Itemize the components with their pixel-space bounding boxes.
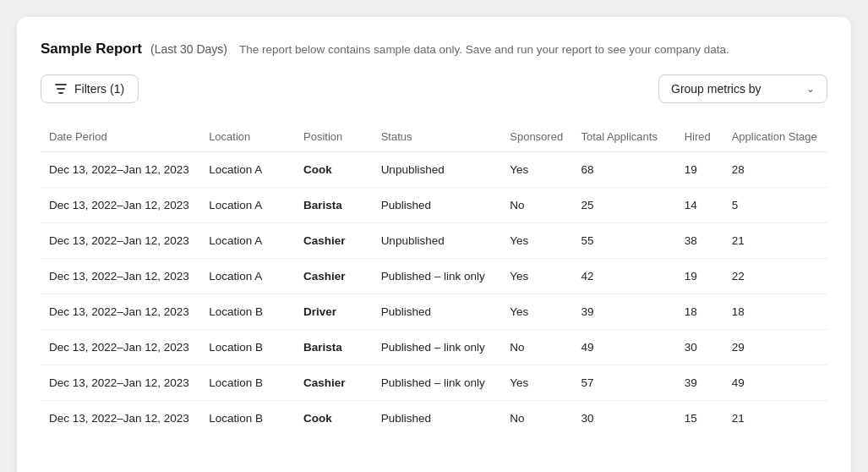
cell-status: Published <box>373 401 502 436</box>
cell-application-stage: 5 <box>723 188 827 223</box>
cell-total-applicants: 68 <box>573 152 676 188</box>
cell-date: Dec 13, 2022–Jan 12, 2023 <box>41 294 200 330</box>
cell-application-stage: 29 <box>723 330 827 365</box>
cell-sponsored: Yes <box>501 365 572 401</box>
filter-icon <box>55 82 68 96</box>
col-header-hired: Hired <box>676 123 723 152</box>
cell-status: Published – link only <box>373 330 502 365</box>
report-header: Sample Report (Last 30 Days) The report … <box>41 41 827 58</box>
table-row: Dec 13, 2022–Jan 12, 2023 Location B Dri… <box>41 294 827 330</box>
cell-sponsored: Yes <box>501 223 572 259</box>
cell-application-stage: 22 <box>723 259 827 294</box>
cell-hired: 14 <box>676 188 723 223</box>
cell-application-stage: 49 <box>723 365 827 401</box>
table-row: Dec 13, 2022–Jan 12, 2023 Location B Bar… <box>41 330 827 365</box>
report-card: Sample Report (Last 30 Days) The report … <box>17 17 851 472</box>
cell-sponsored: Yes <box>501 259 572 294</box>
cell-status: Published <box>373 188 502 223</box>
cell-sponsored: No <box>501 188 572 223</box>
cell-date: Dec 13, 2022–Jan 12, 2023 <box>41 259 200 294</box>
toolbar: Filters (1) Group metrics by ⌄ <box>41 74 827 103</box>
group-metrics-dropdown[interactable]: Group metrics by ⌄ <box>658 74 827 103</box>
cell-date: Dec 13, 2022–Jan 12, 2023 <box>41 401 200 436</box>
cell-sponsored: No <box>501 330 572 365</box>
col-header-date: Date Period <box>41 123 200 152</box>
table-row: Dec 13, 2022–Jan 12, 2023 Location B Cas… <box>41 365 827 401</box>
cell-date: Dec 13, 2022–Jan 12, 2023 <box>41 223 200 259</box>
cell-total-applicants: 30 <box>573 401 676 436</box>
table-row: Dec 13, 2022–Jan 12, 2023 Location A Coo… <box>41 152 827 188</box>
cell-position: Cashier <box>295 365 373 401</box>
col-header-application-stage: Application Stage <box>723 123 827 152</box>
cell-position: Cook <box>295 152 373 188</box>
cell-application-stage: 28 <box>723 152 827 188</box>
table-row: Dec 13, 2022–Jan 12, 2023 Location A Bar… <box>41 188 827 223</box>
cell-date: Dec 13, 2022–Jan 12, 2023 <box>41 152 200 188</box>
cell-status: Published – link only <box>373 365 502 401</box>
cell-position: Driver <box>295 294 373 330</box>
cell-hired: 30 <box>676 330 723 365</box>
cell-location: Location B <box>200 365 295 401</box>
table-header-row: Date Period Location Position Status Spo… <box>41 123 827 152</box>
col-header-location: Location <box>200 123 295 152</box>
cell-position: Cashier <box>295 223 373 259</box>
cell-sponsored: Yes <box>501 152 572 188</box>
filter-button[interactable]: Filters (1) <box>41 74 139 103</box>
cell-position: Barista <box>295 330 373 365</box>
cell-status: Unpublished <box>373 223 502 259</box>
cell-status: Unpublished <box>373 152 502 188</box>
report-title: Sample Report <box>41 41 142 58</box>
cell-sponsored: Yes <box>501 294 572 330</box>
cell-date: Dec 13, 2022–Jan 12, 2023 <box>41 330 200 365</box>
cell-total-applicants: 49 <box>573 330 676 365</box>
cell-position: Cashier <box>295 259 373 294</box>
cell-sponsored: No <box>501 401 572 436</box>
cell-location: Location A <box>200 188 295 223</box>
col-header-status: Status <box>373 123 502 152</box>
cell-location: Location A <box>200 152 295 188</box>
report-table: Date Period Location Position Status Spo… <box>41 123 827 436</box>
cell-application-stage: 18 <box>723 294 827 330</box>
table-row: Dec 13, 2022–Jan 12, 2023 Location B Coo… <box>41 401 827 436</box>
cell-hired: 38 <box>676 223 723 259</box>
cell-total-applicants: 39 <box>573 294 676 330</box>
report-period: (Last 30 Days) <box>150 42 227 56</box>
cell-hired: 39 <box>676 365 723 401</box>
cell-location: Location A <box>200 259 295 294</box>
report-subtitle: The report below contains sample data on… <box>239 43 729 56</box>
cell-position: Cook <box>295 401 373 436</box>
group-metrics-label: Group metrics by <box>671 82 762 96</box>
table-row: Dec 13, 2022–Jan 12, 2023 Location A Cas… <box>41 259 827 294</box>
cell-location: Location B <box>200 401 295 436</box>
cell-total-applicants: 42 <box>573 259 676 294</box>
cell-total-applicants: 55 <box>573 223 676 259</box>
col-header-position: Position <box>295 123 373 152</box>
cell-total-applicants: 57 <box>573 365 676 401</box>
cell-hired: 19 <box>676 259 723 294</box>
cell-hired: 19 <box>676 152 723 188</box>
cell-date: Dec 13, 2022–Jan 12, 2023 <box>41 188 200 223</box>
table-row: Dec 13, 2022–Jan 12, 2023 Location A Cas… <box>41 223 827 259</box>
cell-total-applicants: 25 <box>573 188 676 223</box>
chevron-down-icon: ⌄ <box>806 83 815 95</box>
cell-position: Barista <box>295 188 373 223</box>
cell-location: Location A <box>200 223 295 259</box>
cell-application-stage: 21 <box>723 223 827 259</box>
cell-hired: 15 <box>676 401 723 436</box>
cell-location: Location B <box>200 330 295 365</box>
cell-status: Published – link only <box>373 259 502 294</box>
filter-label: Filters (1) <box>74 82 124 96</box>
cell-date: Dec 13, 2022–Jan 12, 2023 <box>41 365 200 401</box>
cell-hired: 18 <box>676 294 723 330</box>
cell-status: Published <box>373 294 502 330</box>
cell-location: Location B <box>200 294 295 330</box>
col-header-sponsored: Sponsored <box>501 123 572 152</box>
cell-application-stage: 21 <box>723 401 827 436</box>
col-header-total-applicants: Total Applicants <box>573 123 676 152</box>
